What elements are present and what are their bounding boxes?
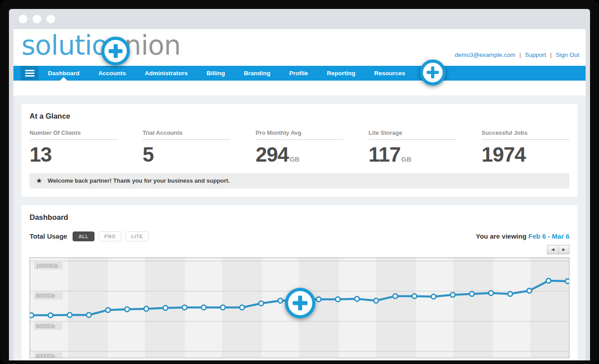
chart-point [202,305,206,309]
main-nav: DashboardAccountsAdministratorsBillingBr… [13,66,586,81]
dashboard-title: Dashboard [30,213,569,222]
stat: Successful Jobs1974 [482,129,569,166]
pager-row: ◀ ▶ [30,245,569,254]
titlebar [9,9,590,29]
stat: Pro Monthly Avg294GB [255,129,343,166]
chart-point [393,294,397,298]
svg-text:8000Gb: 8000Gb [36,293,55,299]
stat-value: 13 [30,143,117,166]
chart-point [259,301,263,305]
filter-button-pro[interactable]: PRO [99,231,121,241]
chart-point [86,313,91,317]
stat-label: Trial Accounts [142,129,230,140]
stat-label: Number Of Clients [30,129,117,140]
stat-label: Lite Storage [369,129,457,140]
sign-out-link[interactable]: Sign Out [556,51,579,58]
left-arrow-icon: ◀ [552,247,555,252]
usage-filter-group: Total Usage ALLPROLITE [30,231,149,241]
site-header: solutiounion demo3@example.com|Support|S… [13,29,586,66]
stat: Number Of Clients13 [30,129,117,166]
stat-value: 117GB [369,143,457,166]
window-control-dot[interactable] [33,15,41,23]
at-a-glance-card: At a Glance Number Of Clients13Trial Acc… [22,104,577,197]
viewing-date-range[interactable]: Feb 6 - Mar 6 [528,232,569,240]
nav-item-billing[interactable]: Billing [197,66,234,81]
chart-point [470,291,474,296]
chart-controls: Total Usage ALLPROLITE You are viewing F… [30,231,569,241]
hamburger-menu-icon[interactable] [21,66,39,81]
viewing-label: You are viewing [476,232,526,240]
chart-point [278,298,283,303]
chart-point [67,313,72,317]
nav-item-administrators[interactable]: Administrators [135,66,197,81]
header-links: demo3@example.com|Support|Sign Out [455,51,579,58]
filter-button-lite[interactable]: LITE [125,231,149,241]
stat-label: Successful Jobs [482,129,569,140]
chart-point [30,313,34,317]
browser-window: solutiounion demo3@example.com|Support|S… [9,9,590,360]
logo-plus-marker-icon[interactable] [101,37,130,65]
svg-text:4000Gb: 4000Gb [36,353,55,357]
stat: Trial Accounts5 [142,129,230,166]
nav-items: DashboardAccountsAdministratorsBillingBr… [39,66,414,81]
stat-unit: GB [401,155,412,163]
support-link[interactable]: Support [525,51,546,58]
nav-item-profile[interactable]: Profile [280,66,318,81]
filter-buttons: ALLPROLITE [73,231,149,241]
chart-point [182,305,187,309]
chart-point [144,306,148,311]
chart-point [412,294,417,298]
window-frame: solutiounion demo3@example.com|Support|S… [0,0,599,364]
chart-point [508,291,513,296]
nav-item-dashboard[interactable]: Dashboard [39,66,89,81]
link-separator: | [550,51,552,58]
chart-point [546,278,551,283]
page: solutiounion demo3@example.com|Support|S… [13,29,586,360]
chart-plus-marker-icon[interactable] [285,288,315,318]
chart-point [431,294,436,299]
star-icon: ★ [36,176,42,185]
logo-text-solution: solutio [22,30,108,61]
window-control-dot[interactable] [19,15,27,23]
content-section: At a Glance Number Of Clients13Trial Acc… [13,95,586,360]
nav-item-resources[interactable]: Resources [365,66,414,81]
nav-item-branding[interactable]: Branding [234,66,280,81]
dashboard-card: Dashboard Total Usage ALLPROLITE You are… [22,205,577,360]
chart-point [125,307,129,311]
nav-item-accounts[interactable]: Accounts [89,66,136,81]
nav-item-reporting[interactable]: Reporting [318,66,365,81]
chart-point [106,308,110,312]
link-separator: | [519,51,521,58]
chart-point [240,305,244,309]
stat: Lite Storage117GB [369,129,457,166]
user-email-link[interactable]: demo3@example.com [455,51,515,58]
stat-value: 5 [142,143,230,166]
chart-point [316,297,321,301]
chart-point [489,291,493,295]
chart-point [450,292,455,297]
next-page-button[interactable]: ▶ [558,245,569,254]
prev-page-button[interactable]: ◀ [547,245,558,254]
nav-plus-marker-icon[interactable] [420,60,446,86]
nav-sub-strip [13,81,586,95]
stat-label: Pro Monthly Avg [255,129,343,140]
chart-point [355,296,359,301]
chart-point [336,297,340,301]
right-arrow-icon: ▶ [562,247,565,252]
welcome-message: Welcome back partner! Thank you for your… [47,177,229,184]
stat-value: 1974 [482,143,569,166]
stat-unit: GB [289,155,300,163]
chart-pager: ◀ ▶ [547,245,569,254]
logo: solutiounion [22,32,181,59]
stat-value: 294GB [255,143,343,166]
chart-point [527,288,531,293]
stats-row: Number Of Clients13Trial Accounts5Pro Mo… [30,129,569,166]
total-usage-label: Total Usage [30,232,67,240]
filter-button-all[interactable]: ALL [73,231,95,241]
chart-point [565,278,569,283]
chart-point [220,305,225,309]
welcome-notice: ★ Welcome back partner! Thank you for yo… [30,173,569,188]
svg-text:6000Gb: 6000Gb [36,323,55,329]
window-control-dot[interactable] [47,15,55,23]
at-a-glance-title: At a Glance [30,112,569,120]
